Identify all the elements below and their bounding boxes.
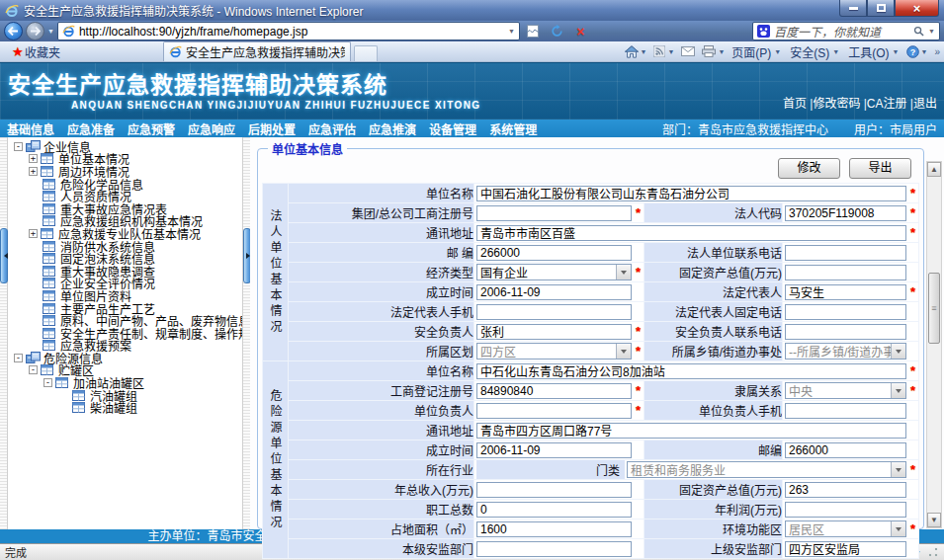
scrollbar-thumb[interactable]: [928, 273, 940, 344]
command-menu-1[interactable]: 页面(P)▼: [731, 43, 781, 60]
mail-button[interactable]: [681, 46, 695, 56]
splitter-handle[interactable]: [0, 228, 8, 283]
forward-button[interactable]: [26, 22, 44, 40]
field-select[interactable]: 国有企业: [476, 264, 632, 280]
search-box[interactable]: 百度一下，你就知道 ▼: [752, 22, 940, 40]
field-input[interactable]: [785, 205, 906, 221]
modify-button[interactable]: 修改: [778, 158, 840, 179]
field-input[interactable]: [476, 225, 906, 241]
address-dropdown-icon[interactable]: ▼: [508, 28, 515, 35]
nav-item-4[interactable]: 应急响应: [188, 120, 235, 137]
tree-expand-toggle[interactable]: -: [29, 365, 38, 374]
field-input[interactable]: [476, 442, 632, 458]
resize-grip[interactable]: [927, 546, 939, 558]
field-input[interactable]: [785, 265, 906, 280]
field-input[interactable]: [476, 363, 906, 379]
field-input[interactable]: [476, 186, 906, 201]
nav-item-1[interactable]: 基础信息: [7, 120, 54, 137]
field-input[interactable]: [476, 521, 632, 537]
field-select[interactable]: --所属乡镇/街道办事处--: [785, 343, 906, 360]
form-row: 邮 编法人单位联系电话: [263, 243, 919, 263]
chevron-down-icon[interactable]: [616, 265, 631, 280]
header-link-3[interactable]: CA注册: [867, 97, 907, 111]
field-input[interactable]: [476, 502, 632, 518]
favorites-button[interactable]: ★ 收藏夹: [4, 42, 68, 61]
toolbar-overflow-chevron[interactable]: »: [934, 46, 938, 57]
stop-button[interactable]: ×: [570, 22, 591, 40]
nav-item-5[interactable]: 后期处置: [248, 120, 296, 137]
field-select[interactable]: 居民区: [785, 520, 906, 537]
field-input[interactable]: [785, 541, 906, 557]
tree-expand-toggle[interactable]: -: [14, 354, 23, 362]
tree-expand-toggle[interactable]: +: [29, 167, 38, 176]
field-input[interactable]: [476, 383, 632, 399]
nav-item-9[interactable]: 系统管理: [489, 120, 537, 137]
command-menu-3[interactable]: 工具(O)▼: [848, 43, 899, 60]
main-scrollbar[interactable]: ▲ ▼: [926, 161, 942, 528]
field-input[interactable]: [476, 541, 632, 557]
field-input[interactable]: [476, 245, 632, 261]
command-menu-2[interactable]: 安全(S)▼: [790, 43, 839, 60]
home-button[interactable]: ▼: [625, 45, 647, 58]
field-input[interactable]: [785, 482, 906, 498]
field-input[interactable]: [476, 205, 632, 221]
active-tab[interactable]: 安全生产应急救援指挥辅助决策系统: [163, 41, 351, 61]
field-input[interactable]: [785, 284, 906, 300]
print-button[interactable]: ▼: [702, 45, 725, 57]
field-input[interactable]: [785, 324, 906, 340]
field-input[interactable]: [476, 403, 632, 419]
tree-item[interactable]: 柴油罐组: [12, 401, 238, 414]
maximize-button[interactable]: [867, 0, 895, 17]
field-select[interactable]: 四方区: [476, 343, 632, 360]
header-link-2[interactable]: 修改密码: [813, 97, 860, 111]
minimize-button[interactable]: [839, 0, 867, 17]
splitter-handle[interactable]: [243, 228, 250, 283]
rss-feed-button[interactable]: ▼: [653, 45, 674, 57]
scroll-down-arrow[interactable]: ▼: [927, 513, 941, 527]
chevron-down-icon[interactable]: [891, 383, 905, 398]
nav-item-2[interactable]: 应急准备: [67, 120, 115, 137]
address-field[interactable]: http://localhost:90/yjzh/frame/homepage.…: [57, 22, 520, 40]
sidebar-right-splitter[interactable]: [242, 137, 250, 529]
field-input[interactable]: [785, 403, 906, 419]
search-magnifier-icon[interactable]: [913, 26, 924, 37]
field-input[interactable]: [476, 482, 632, 498]
tree-expand-toggle[interactable]: +: [29, 154, 38, 163]
refresh-button[interactable]: [547, 22, 567, 40]
sidebar-left-splitter[interactable]: [0, 137, 8, 529]
chevron-down-icon[interactable]: [616, 344, 631, 359]
field-input[interactable]: [785, 245, 906, 261]
field-input[interactable]: [476, 423, 906, 439]
chevron-down-icon[interactable]: [891, 521, 905, 536]
back-button[interactable]: [4, 22, 23, 40]
tree-expand-toggle[interactable]: -: [43, 378, 52, 387]
tree-expand-toggle[interactable]: +: [29, 229, 38, 238]
export-button[interactable]: 导出: [849, 158, 911, 179]
tree-expand-toggle[interactable]: -: [14, 142, 23, 151]
new-tab-button[interactable]: [354, 45, 378, 61]
nav-item-8[interactable]: 设备管理: [429, 120, 476, 137]
field-input[interactable]: [476, 284, 632, 300]
field-input[interactable]: [476, 304, 632, 320]
compatibility-view-button[interactable]: [523, 22, 544, 40]
field-input[interactable]: [476, 324, 632, 340]
chevron-down-icon[interactable]: [891, 462, 905, 477]
field-input[interactable]: [785, 304, 906, 320]
header-link-4[interactable]: 退出: [913, 97, 937, 111]
field-select[interactable]: 中央: [785, 382, 906, 399]
close-button[interactable]: ×: [895, 0, 939, 17]
nav-item-3[interactable]: 应急预警: [128, 120, 175, 137]
header-link-1[interactable]: 首页: [783, 97, 807, 111]
search-dropdown-icon[interactable]: ▼: [928, 28, 935, 35]
history-dropdown[interactable]: ▼: [47, 28, 54, 35]
field-select[interactable]: 租赁和商务服务业: [627, 461, 906, 478]
nav-item-7[interactable]: 应急推演: [369, 120, 416, 137]
help-button[interactable]: ? ▼: [906, 45, 928, 58]
scroll-up-arrow[interactable]: ▲: [927, 162, 941, 177]
chevron-down-icon[interactable]: [891, 344, 905, 359]
field-input[interactable]: [785, 442, 906, 458]
field-input[interactable]: [785, 502, 906, 518]
nav-item-6[interactable]: 应急评估: [308, 120, 356, 137]
dept-label: 部门：青岛市应急救援指挥中心: [662, 120, 828, 137]
section-title: 单位基本信息: [268, 140, 347, 157]
